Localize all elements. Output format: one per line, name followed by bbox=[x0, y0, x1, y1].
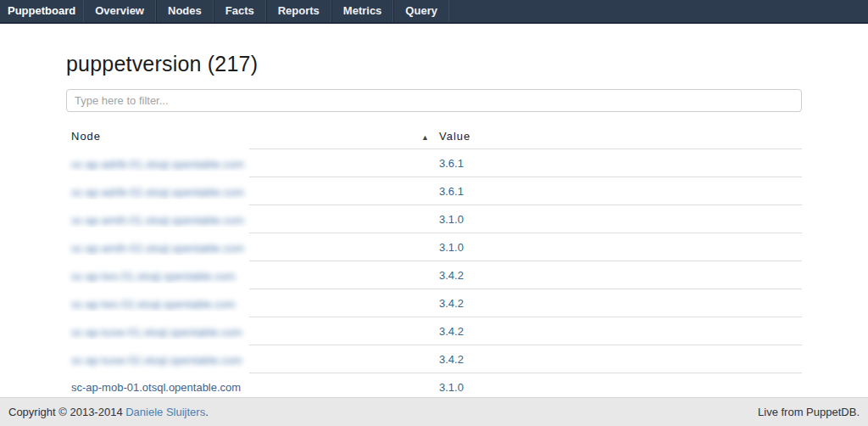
value-cell: 3.1.0 bbox=[434, 205, 802, 233]
nav-item-overview[interactable]: Overview bbox=[84, 0, 156, 22]
fact-value-link[interactable]: 3.6.1 bbox=[439, 185, 464, 198]
node-cell: sc-ap-tusw-02.otsql.opentable.com bbox=[66, 345, 434, 373]
nav-item-metrics[interactable]: Metrics bbox=[331, 0, 394, 22]
main-content: puppetversion (217) Node ▲ Value sc-ap-a… bbox=[0, 53, 868, 401]
value-cell: 3.4.2 bbox=[434, 261, 802, 289]
value-cell: 3.4.2 bbox=[434, 345, 802, 373]
value-cell: 3.6.1 bbox=[434, 177, 802, 205]
sort-asc-icon[interactable]: ▲ bbox=[421, 132, 429, 144]
content-container: puppetversion (217) Node ▲ Value sc-ap-a… bbox=[66, 53, 802, 401]
fact-value-link[interactable]: 3.4.2 bbox=[439, 269, 464, 282]
footer: Copyright © 2013-2014 Daniele Sluijters.… bbox=[0, 397, 868, 426]
table-body: sc-ap-adrlb-01.otsql.opentable.com3.6.1s… bbox=[66, 149, 802, 401]
column-header-value[interactable]: Value bbox=[434, 124, 802, 149]
navbar-menu: OverviewNodesFactsReportsMetricsQuery bbox=[84, 0, 449, 22]
author-link[interactable]: Daniele Sluijters bbox=[125, 406, 205, 418]
top-navbar: Puppetboard OverviewNodesFactsReportsMet… bbox=[0, 0, 868, 24]
node-link[interactable]: sc-ap-lws-01.otsql.opentable.com bbox=[71, 270, 236, 283]
nav-item-query[interactable]: Query bbox=[393, 0, 449, 22]
nav-item-reports[interactable]: Reports bbox=[266, 0, 331, 22]
node-link[interactable]: sc-ap-adrlb-02.otsql.opentable.com bbox=[71, 186, 244, 199]
node-link[interactable]: sc-ap-adrlb-01.otsql.opentable.com bbox=[71, 158, 244, 171]
node-link[interactable]: sc-ap-amth-02.otsql.opentable.com bbox=[71, 242, 244, 255]
censored-node-name: sc-ap-tusw-02.otsql.opentable.com bbox=[66, 339, 249, 381]
value-column-label: Value bbox=[439, 130, 470, 143]
node-column-label: Node bbox=[71, 130, 101, 143]
facts-table: Node ▲ Value sc-ap-adrlb-01.otsql.openta… bbox=[66, 124, 802, 401]
navbar-brand[interactable]: Puppetboard bbox=[0, 0, 84, 22]
table-row: sc-ap-tusw-02.otsql.opentable.com3.4.2 bbox=[66, 345, 802, 373]
fact-value-link[interactable]: 3.4.2 bbox=[439, 353, 464, 366]
fact-value-link[interactable]: 3.4.2 bbox=[439, 325, 464, 338]
value-cell: 3.1.0 bbox=[434, 233, 802, 261]
fact-value-link[interactable]: 3.6.1 bbox=[439, 157, 464, 170]
value-cell: 3.6.1 bbox=[434, 149, 802, 177]
node-link[interactable]: sc-ap-amth-01.otsql.opentable.com bbox=[71, 214, 244, 227]
filter-input[interactable] bbox=[66, 89, 802, 112]
fact-value-link[interactable]: 3.1.0 bbox=[439, 381, 464, 394]
nav-item-facts[interactable]: Facts bbox=[214, 0, 266, 22]
fact-value-link[interactable]: 3.1.0 bbox=[439, 241, 464, 254]
node-link[interactable]: sc-ap-tusw-01.otsql.opentable.com bbox=[71, 326, 242, 339]
nav-item-nodes[interactable]: Nodes bbox=[156, 0, 214, 22]
fact-value-link[interactable]: 3.1.0 bbox=[439, 213, 464, 226]
value-cell: 3.4.2 bbox=[434, 317, 802, 345]
puppetdb-status: Live from PuppetDB. bbox=[758, 406, 860, 418]
node-link[interactable]: sc-ap-lws-02.otsql.opentable.com bbox=[71, 298, 236, 311]
node-link[interactable]: sc-ap-mob-01.otsql.opentable.com bbox=[71, 381, 241, 394]
copyright: Copyright © 2013-2014 Daniele Sluijters. bbox=[8, 406, 209, 418]
page-title: puppetversion (217) bbox=[66, 53, 802, 76]
node-link[interactable]: sc-ap-tusw-02.otsql.opentable.com bbox=[71, 354, 242, 367]
fact-value-link[interactable]: 3.4.2 bbox=[439, 297, 464, 310]
copyright-text: Copyright © 2013-2014 bbox=[8, 406, 125, 418]
value-cell: 3.4.2 bbox=[434, 289, 802, 317]
copyright-period: . bbox=[205, 406, 209, 418]
